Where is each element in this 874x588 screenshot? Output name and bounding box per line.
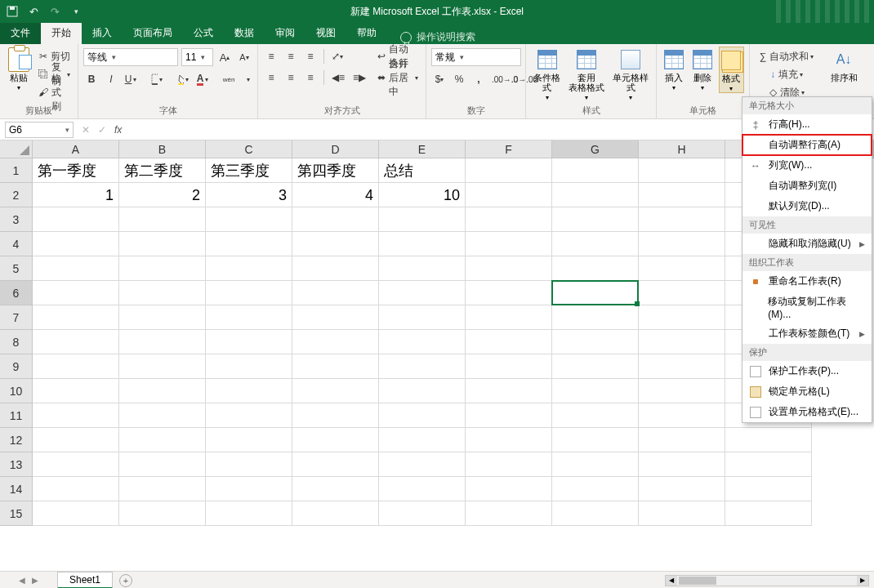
border-button[interactable]: ▾ bbox=[149, 71, 165, 87]
tell-me-search[interactable]: 操作说明搜索 bbox=[394, 30, 482, 44]
row-header[interactable]: 15 bbox=[0, 501, 33, 526]
cell[interactable] bbox=[552, 452, 639, 477]
scroll-thumb[interactable] bbox=[679, 577, 716, 585]
save-icon[interactable] bbox=[5, 4, 20, 19]
cell[interactable] bbox=[466, 403, 552, 428]
phonetic-dd[interactable]: ▾ bbox=[240, 71, 256, 87]
fx-icon[interactable]: fx bbox=[114, 124, 122, 136]
align-middle-button[interactable]: ≡ bbox=[283, 48, 299, 65]
menu-tab-color[interactable]: 工作表标签颜色(T)▶ bbox=[742, 323, 872, 344]
cell[interactable] bbox=[466, 183, 552, 207]
tab-view[interactable]: 视图 bbox=[305, 22, 346, 44]
row-header[interactable]: 14 bbox=[0, 477, 33, 501]
cell[interactable] bbox=[33, 403, 119, 428]
row-header[interactable]: 7 bbox=[0, 305, 33, 330]
tab-file[interactable]: 文件 bbox=[0, 22, 41, 44]
cell[interactable] bbox=[379, 477, 466, 501]
menu-rename-sheet[interactable]: 重命名工作表(R) bbox=[742, 271, 872, 292]
cell[interactable] bbox=[119, 403, 206, 428]
cell[interactable] bbox=[33, 281, 119, 305]
cell[interactable] bbox=[33, 452, 119, 477]
orientation-button[interactable]: ⤢▾ bbox=[329, 48, 346, 65]
cell[interactable] bbox=[552, 183, 639, 207]
cell[interactable] bbox=[639, 158, 725, 183]
cell[interactable] bbox=[466, 281, 552, 305]
cell[interactable] bbox=[292, 452, 379, 477]
fill-color-button[interactable]: ▾ bbox=[175, 71, 191, 87]
tab-help[interactable]: 帮助 bbox=[346, 22, 387, 44]
cell[interactable]: 第二季度 bbox=[119, 158, 206, 183]
cell[interactable] bbox=[33, 330, 119, 354]
sheet-nav-next-icon[interactable]: ▶ bbox=[32, 576, 38, 585]
increase-indent-button[interactable]: ≡▶ bbox=[350, 69, 368, 86]
cell[interactable] bbox=[552, 330, 639, 354]
cell[interactable] bbox=[33, 477, 119, 501]
cell[interactable] bbox=[119, 281, 206, 305]
cell[interactable] bbox=[639, 403, 725, 428]
cell[interactable] bbox=[552, 158, 639, 183]
cell[interactable] bbox=[552, 354, 639, 379]
cell[interactable]: 总结 bbox=[379, 158, 466, 183]
column-header[interactable]: G bbox=[552, 140, 639, 158]
font-size-combo[interactable]: 11▾ bbox=[181, 48, 213, 66]
cell[interactable] bbox=[119, 256, 206, 281]
tab-home[interactable]: 开始 bbox=[41, 22, 82, 44]
column-header[interactable]: F bbox=[466, 140, 552, 158]
align-top-button[interactable]: ≡ bbox=[263, 48, 279, 65]
increase-font-button[interactable]: A▴ bbox=[216, 49, 233, 65]
format-as-table-button[interactable]: 套用 表格格式▾ bbox=[566, 47, 607, 101]
cell[interactable] bbox=[639, 477, 725, 501]
cell[interactable] bbox=[119, 501, 206, 526]
font-color-button[interactable]: A▾ bbox=[194, 71, 211, 87]
cell[interactable] bbox=[292, 501, 379, 526]
cell[interactable] bbox=[725, 452, 812, 477]
cell[interactable] bbox=[33, 305, 119, 330]
cell[interactable] bbox=[206, 403, 292, 428]
cell[interactable] bbox=[292, 305, 379, 330]
font-name-combo[interactable]: 等线▾ bbox=[83, 48, 178, 66]
cell[interactable] bbox=[466, 330, 552, 354]
row-header[interactable]: 3 bbox=[0, 207, 33, 232]
cell[interactable] bbox=[206, 232, 292, 256]
sheet-tab[interactable]: Sheet1 bbox=[57, 572, 113, 588]
column-header[interactable]: D bbox=[292, 140, 379, 158]
menu-column-width[interactable]: ↔列宽(W)... bbox=[742, 155, 872, 176]
enter-formula-icon[interactable]: ✓ bbox=[98, 124, 106, 136]
row-header[interactable]: 12 bbox=[0, 428, 33, 452]
decrease-indent-button[interactable]: ◀≡ bbox=[329, 69, 347, 86]
tab-layout[interactable]: 页面布局 bbox=[123, 22, 183, 44]
cell[interactable] bbox=[552, 305, 639, 330]
cell[interactable] bbox=[639, 281, 725, 305]
cell[interactable] bbox=[206, 207, 292, 232]
cell[interactable] bbox=[206, 281, 292, 305]
cell[interactable] bbox=[639, 256, 725, 281]
cell[interactable] bbox=[379, 330, 466, 354]
scroll-right-icon[interactable]: ▶ bbox=[857, 576, 868, 586]
cell[interactable] bbox=[119, 207, 206, 232]
cell[interactable] bbox=[639, 305, 725, 330]
cell-styles-button[interactable]: 单元格样式▾ bbox=[610, 47, 651, 101]
row-header[interactable]: 10 bbox=[0, 379, 33, 403]
cell[interactable]: 10 bbox=[379, 183, 466, 207]
cell[interactable] bbox=[33, 354, 119, 379]
cell[interactable] bbox=[552, 207, 639, 232]
menu-protect-sheet[interactable]: 保护工作表(P)... bbox=[742, 361, 872, 381]
menu-autofit-column-width[interactable]: 自动调整列宽(I) bbox=[742, 176, 872, 196]
cell[interactable] bbox=[119, 232, 206, 256]
cell[interactable] bbox=[119, 379, 206, 403]
sheet-nav-prev-icon[interactable]: ◀ bbox=[19, 576, 25, 585]
cell[interactable] bbox=[552, 403, 639, 428]
menu-lock-cell[interactable]: 锁定单元格(L) bbox=[742, 381, 872, 402]
comma-button[interactable]: , bbox=[470, 71, 487, 87]
format-cells-button[interactable]: 格式▾ bbox=[719, 47, 744, 93]
align-bottom-button[interactable]: ≡ bbox=[302, 48, 319, 65]
cell[interactable] bbox=[552, 256, 639, 281]
qat-customize-icon[interactable]: ▾ bbox=[69, 4, 83, 19]
cell[interactable] bbox=[292, 330, 379, 354]
cell[interactable] bbox=[292, 403, 379, 428]
cell[interactable] bbox=[552, 281, 639, 305]
column-header[interactable]: E bbox=[379, 140, 466, 158]
menu-autofit-row-height[interactable]: 自动调整行高(A) bbox=[742, 135, 872, 155]
cell[interactable] bbox=[206, 330, 292, 354]
cell[interactable] bbox=[292, 281, 379, 305]
